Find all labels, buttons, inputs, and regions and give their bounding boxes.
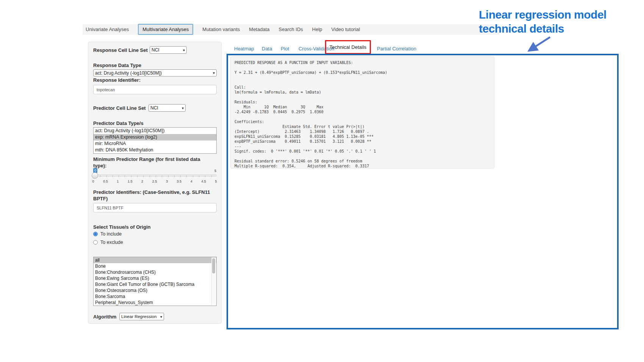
tick-label: 0.5 (103, 179, 108, 183)
technical-details-panel: PREDICTED RESPONSE AS A FUNCTION OF INPU… (227, 54, 619, 329)
slider-tick-labels: 0 0.5 1 1.5 2 2.5 3 3.5 4 4.5 5 (92, 179, 217, 183)
predictor-data-types-label: Predictor Data Type/s (93, 120, 144, 126)
slider-tick-marks (94, 175, 216, 177)
tab-data[interactable]: Data (262, 46, 272, 51)
chevron-down-icon: ▾ (181, 48, 185, 52)
tick-label: 5 (214, 179, 217, 183)
annotation-text: Linear regression model technical detail… (479, 8, 606, 36)
tissue-option-selected[interactable]: all (94, 257, 216, 263)
tab-heatmap[interactable]: Heatmap (234, 46, 254, 51)
annotation-line2: technical details (479, 22, 606, 36)
response-cell-line-set-select[interactable]: NCI ▾ (150, 46, 187, 54)
tissue-origin-listbox: all Bone Bone:Chondrosarcoma (CHS) Bone:… (93, 257, 217, 306)
tick-label: 0 (92, 179, 95, 183)
predictor-data-types-listbox: act: Drug Activity (-log10[IC50M]) exp: … (93, 127, 217, 154)
slider-max-label: 5 (214, 169, 216, 173)
tick-label: 1.5 (128, 179, 133, 183)
tissue-option[interactable]: Bone:Ewing Sarcoma (ES) (94, 275, 216, 281)
tick-label: 3.5 (177, 179, 182, 183)
response-data-type-select[interactable]: act: Drug Activity (-log10[IC50M]) ▾ (93, 69, 217, 76)
predictor-identifiers-label-line1: Predictor Identifiers: (Case-Sensitive, … (93, 189, 210, 195)
predictor-data-type-option[interactable]: mth: DNA 850K Methylation (94, 147, 216, 153)
radio-to-exclude[interactable]: To exclude (93, 240, 123, 245)
min-predictor-range-slider-handle[interactable] (92, 172, 98, 179)
tick-label: 4.5 (201, 179, 206, 183)
tissue-option[interactable]: Bone:Chondrosarcoma (CHS) (94, 269, 216, 275)
predictor-data-type-option-selected[interactable]: exp: mRNA Expression (log2) (94, 134, 216, 140)
radio-to-include-label: To include (100, 231, 122, 237)
tab-partial-correlation[interactable]: Partial Correlation (377, 46, 416, 51)
radio-to-include[interactable]: To include (93, 231, 122, 237)
app-root: Univariate Analyses Multivariate Analyse… (0, 0, 644, 362)
tick-label: 2.5 (152, 179, 157, 183)
nav-metadata[interactable]: Metadata (249, 27, 269, 32)
nav-help[interactable]: Help (312, 27, 322, 32)
tab-plot[interactable]: Plot (281, 46, 289, 51)
predictor-data-type-option[interactable]: act: Drug Activity (-log10[IC50M]) (94, 128, 216, 134)
predictor-identifiers-label-line2: BPTF) (93, 196, 108, 201)
predictor-cell-line-set-value: NCI (150, 105, 158, 111)
response-data-type-label: Response Data Type (93, 62, 141, 68)
radio-unselected-icon (93, 240, 98, 245)
radio-selected-icon (93, 232, 98, 236)
tissue-option[interactable]: Peripheral_Nervous_System (94, 300, 216, 306)
response-identifier-input[interactable] (93, 85, 217, 94)
tissue-origin-label: Select Tissue/s of Origin (93, 224, 150, 230)
chevron-down-icon: ▾ (211, 71, 215, 75)
tissue-option[interactable]: Bone (94, 263, 216, 269)
tick-label: 1 (116, 179, 119, 183)
tissue-option[interactable]: Bone:Osteosarcoma (OS) (94, 287, 216, 293)
response-identifier-label: Response Identifier: (93, 77, 141, 83)
top-navbar: Univariate Analyses Multivariate Analyse… (83, 24, 499, 34)
nav-mutation-variants[interactable]: Mutation variants (202, 27, 240, 32)
tick-label: 2 (141, 179, 144, 183)
chevron-down-icon: ▾ (159, 315, 162, 319)
scrollbar-thumb[interactable] (212, 258, 215, 273)
predictor-data-type-option[interactable]: mir: MicroRNA (94, 140, 216, 147)
nav-multivariate-analyses[interactable]: Multivariate Analyses (138, 24, 193, 35)
annotation-line1: Linear regression model (479, 8, 606, 22)
algorithm-select[interactable]: Linear Regression ▾ (119, 313, 164, 320)
chevron-down-icon: ▾ (180, 106, 184, 110)
predictor-cell-line-set-select[interactable]: NCI ▾ (148, 104, 186, 112)
nav-univariate-analyses[interactable]: Univariate Analyses (86, 27, 129, 32)
algorithm-value: Linear Regression (121, 314, 156, 319)
predictor-cell-line-set-label: Predictor Cell Line Set (93, 105, 146, 111)
algorithm-label: Algorithm (93, 314, 116, 320)
tick-label: 4 (190, 179, 193, 183)
tissue-list-scrollbar[interactable] (211, 257, 216, 305)
min-predictor-range-label: Minimum Predictor Range (for first liste… (93, 156, 214, 169)
radio-to-exclude-label: To exclude (100, 240, 123, 245)
nav-search-ids[interactable]: Search IDs (279, 27, 303, 32)
response-cell-line-set-value: NCI (152, 47, 159, 53)
response-data-type-value: act: Drug Activity (-log10[IC50M]) (95, 70, 162, 76)
tissue-option[interactable]: Bone:Sarcoma (94, 293, 216, 300)
tick-label: 3 (165, 179, 168, 183)
regression-model-output: PREDICTED RESPONSE AS A FUNCTION OF INPU… (230, 56, 494, 169)
technical-details-highlight-box: Technical Details (325, 40, 371, 54)
response-cell-line-set-label: Response Cell Line Set (93, 47, 148, 53)
predictor-identifiers-input[interactable] (93, 203, 217, 212)
tissue-option[interactable]: Bone:Giant Cell Tumor of Bone (GCTB) Sar… (94, 281, 216, 287)
nav-video-tutorial[interactable]: Video tutorial (331, 27, 360, 32)
tab-technical-details[interactable]: Technical Details (330, 44, 367, 50)
annotation-arrow-icon (522, 34, 555, 55)
